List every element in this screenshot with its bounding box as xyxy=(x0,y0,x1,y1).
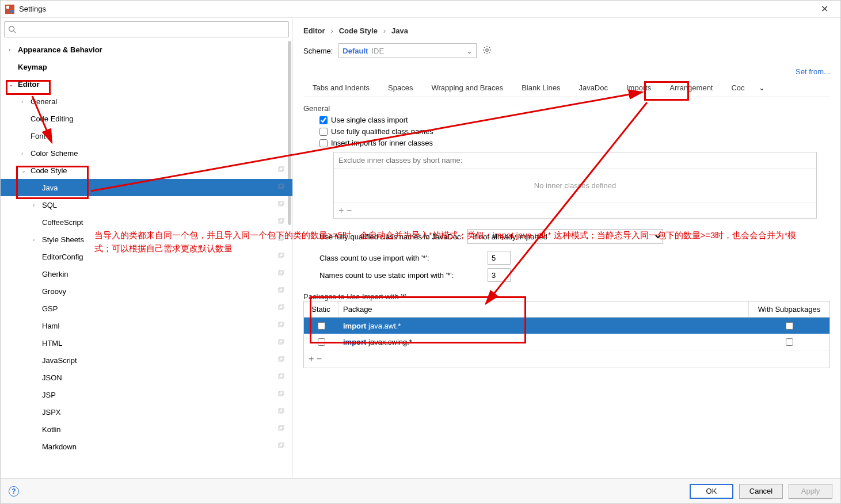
tree-item-font[interactable]: Font xyxy=(1,127,292,144)
crumb-codestyle[interactable]: Code Style xyxy=(339,26,378,35)
tree-item-editorconfig[interactable]: EditorConfig xyxy=(1,248,292,265)
checkbox[interactable] xyxy=(319,128,328,136)
tree-item-code-style[interactable]: ⌄Code Style xyxy=(1,162,292,179)
names-count-label: Names count to use static import with '*… xyxy=(319,271,483,280)
set-from-link[interactable]: Set from... xyxy=(796,67,830,76)
exclude-input[interactable] xyxy=(334,152,816,169)
tree-item-gsp[interactable]: GSP xyxy=(1,300,292,317)
tabs-more[interactable]: ⌄ xyxy=(754,79,770,97)
tree-item-coffeescript[interactable]: CoffeeScript xyxy=(1,213,292,231)
exclude-toolbar[interactable]: + − xyxy=(334,203,816,218)
section-title-general: General xyxy=(303,104,330,113)
tab-wrapping-and-braces[interactable]: Wrapping and Braces xyxy=(422,79,512,97)
svg-rect-29 xyxy=(279,375,283,379)
opt-fq-names[interactable]: Use fully qualified class names xyxy=(319,127,830,136)
crumb-editor[interactable]: Editor xyxy=(303,26,325,35)
tab-coc[interactable]: Coc xyxy=(722,79,754,97)
class-count-input[interactable] xyxy=(488,251,511,265)
apply-button[interactable]: Apply xyxy=(789,484,832,499)
tree-label: JavaScript xyxy=(42,356,77,365)
copy-icon xyxy=(277,218,284,227)
subpkg-checkbox[interactable] xyxy=(786,322,793,330)
col-subpackages[interactable]: With Subpackages xyxy=(749,301,829,317)
subpkg-checkbox[interactable] xyxy=(786,338,793,346)
tab-arrangement[interactable]: Arrangement xyxy=(660,79,722,97)
settings-tree[interactable]: ›Appearance & BehaviorKeymap⌄Editor›Gene… xyxy=(1,41,292,478)
static-checkbox[interactable] xyxy=(318,322,325,330)
copy-icon xyxy=(277,356,284,365)
tree-item-editor[interactable]: ⌄Editor xyxy=(1,75,292,93)
static-checkbox[interactable] xyxy=(318,338,325,346)
tree-label: JSON xyxy=(42,373,62,382)
checkbox[interactable] xyxy=(319,139,328,147)
tree-item-java[interactable]: Java xyxy=(1,179,292,196)
fq-select[interactable]: If not already imported xyxy=(467,229,663,244)
scheme-name: Default xyxy=(343,47,368,55)
tree-item-code-editing[interactable]: Code Editing xyxy=(1,110,292,127)
copy-icon xyxy=(277,304,284,313)
chevron-icon: › xyxy=(33,202,40,208)
gear-icon[interactable] xyxy=(482,45,492,56)
svg-line-47 xyxy=(489,47,490,48)
general-section: General Use single class import Use full… xyxy=(303,104,830,219)
svg-rect-2 xyxy=(10,10,13,13)
package-row[interactable]: import javax.swing.* xyxy=(304,334,829,350)
tree-item-color-scheme[interactable]: ›Color Scheme xyxy=(1,144,292,162)
scheme-label: Scheme: xyxy=(303,47,333,55)
package-row[interactable]: import java.awt.* xyxy=(304,318,829,334)
search-input[interactable] xyxy=(20,25,285,34)
tree-item-jsp[interactable]: JSP xyxy=(1,386,292,403)
packages-toolbar[interactable]: + − xyxy=(304,350,829,368)
svg-rect-34 xyxy=(280,408,284,412)
tree-label: Java xyxy=(42,184,58,192)
cancel-button[interactable]: Cancel xyxy=(739,484,783,499)
tree-item-sql[interactable]: ›SQL xyxy=(1,196,292,213)
tree-item-general[interactable]: ›General xyxy=(1,93,292,110)
tab-spaces[interactable]: Spaces xyxy=(379,79,422,97)
help-icon[interactable]: ? xyxy=(9,486,19,497)
tree-item-html[interactable]: HTML xyxy=(1,334,292,352)
tree-item-haml[interactable]: Haml xyxy=(1,317,292,334)
svg-rect-27 xyxy=(279,357,283,361)
svg-rect-22 xyxy=(280,304,284,308)
scheme-row: Scheme: Default IDE ⌄ xyxy=(303,43,830,58)
tree-item-keymap[interactable]: Keymap xyxy=(1,58,292,75)
svg-rect-33 xyxy=(279,409,283,413)
checkbox[interactable] xyxy=(319,116,328,124)
tab-blank-lines[interactable]: Blank Lines xyxy=(512,79,569,97)
chevron-icon: › xyxy=(21,98,28,105)
search-box[interactable] xyxy=(4,21,289,37)
opt-single-class[interactable]: Use single class import xyxy=(319,116,830,124)
svg-rect-18 xyxy=(280,270,284,274)
names-count-input[interactable] xyxy=(488,268,511,282)
ok-button[interactable]: OK xyxy=(690,484,733,499)
col-static[interactable]: Static xyxy=(304,301,338,317)
scheme-select[interactable]: Default IDE ⌄ xyxy=(338,43,477,58)
tab-javadoc[interactable]: JavaDoc xyxy=(569,79,617,97)
tree-item-markdown[interactable]: Markdown xyxy=(1,438,292,455)
tab-tabs-and-indents[interactable]: Tabs and Indents xyxy=(303,79,379,97)
svg-rect-28 xyxy=(280,356,284,360)
tree-item-style-sheets[interactable]: ›Style Sheets xyxy=(1,231,292,248)
close-button[interactable]: ✕ xyxy=(813,3,836,14)
svg-line-45 xyxy=(489,52,490,53)
tree-item-kotlin[interactable]: Kotlin xyxy=(1,421,292,438)
tree-item-javascript[interactable]: JavaScript xyxy=(1,352,292,369)
chevron-icon: ⌄ xyxy=(21,167,28,174)
tree-item-jspx[interactable]: JSPX xyxy=(1,403,292,421)
tree-label: General xyxy=(31,97,57,106)
tab-imports[interactable]: Imports xyxy=(617,79,660,97)
tree-item-groovy[interactable]: Groovy xyxy=(1,282,292,300)
copy-icon xyxy=(277,425,284,434)
tree-item-gherkin[interactable]: Gherkin xyxy=(1,265,292,282)
exclude-empty: No inner classes defined xyxy=(334,169,816,203)
copy-icon xyxy=(277,201,284,209)
tree-label: JSP xyxy=(42,391,56,399)
tree-label: SQL xyxy=(42,201,57,209)
opt-inner-imports[interactable]: Insert imports for inner classes xyxy=(319,139,830,147)
col-package[interactable]: Package xyxy=(338,301,749,317)
tree-item-json[interactable]: JSON xyxy=(1,369,292,386)
titlebar: Settings ✕ xyxy=(1,1,840,18)
copy-icon xyxy=(277,270,284,278)
tree-item-appearance-behavior[interactable]: ›Appearance & Behavior xyxy=(1,41,292,58)
